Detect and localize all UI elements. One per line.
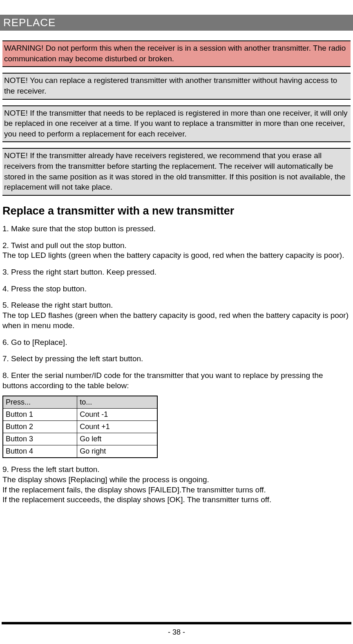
step-text: 4. Press the stop button.	[2, 284, 87, 293]
step-7: 7. Select by pressing the left start but…	[2, 354, 351, 364]
table-cell: Button 4	[3, 445, 77, 458]
table-row: Button 1 Count -1	[3, 409, 157, 421]
step-text: 2. Twist and pull out the stop button.	[2, 241, 127, 250]
step-sub: The display shows [Replacing] while the …	[2, 475, 351, 485]
step-1: 1. Make sure that the stop button is pre…	[2, 224, 351, 234]
step-sub: The top LED flashes (green when the batt…	[2, 311, 351, 331]
table-cell: Count +1	[77, 421, 157, 433]
step-8: 8. Enter the serial number/ID code for t…	[2, 371, 351, 391]
section-heading: Replace a transmitter with a new transmi…	[2, 205, 351, 217]
note-box-1: NOTE! You can replace a registered trans…	[2, 73, 351, 99]
step-5: 5. Release the right start button. The t…	[2, 300, 351, 331]
step-text: 8. Enter the serial number/ID code for t…	[2, 371, 323, 390]
table-row: Button 4 Go right	[3, 445, 157, 458]
button-table: Press... to... Button 1 Count -1 Button …	[2, 396, 158, 458]
step-text: 5. Release the right start button.	[2, 301, 113, 309]
step-text: 3. Press the right start button. Keep pr…	[2, 268, 156, 276]
step-3: 3. Press the right start button. Keep pr…	[2, 267, 351, 277]
step-2: 2. Twist and pull out the stop button. T…	[2, 241, 351, 261]
section-header: REPLACE	[0, 15, 353, 31]
table-cell: Go right	[77, 445, 157, 458]
table-cell: Go left	[77, 433, 157, 445]
note-box-2: NOTE! If the transmitter that needs to b…	[2, 105, 351, 143]
table-cell: Button 2	[3, 421, 77, 433]
step-sub: If the replacement succeeds, the display…	[2, 495, 351, 505]
step-sub: If the replacement fails, the display sh…	[2, 485, 351, 495]
step-text: 7. Select by pressing the left start but…	[2, 354, 143, 363]
step-9: 9. Press the left start button. The disp…	[2, 465, 351, 505]
note-box-3: NOTE! If the transmitter already have re…	[2, 148, 351, 196]
table-row: Button 3 Go left	[3, 433, 157, 445]
step-text: 9. Press the left start button.	[2, 465, 100, 474]
step-4: 4. Press the stop button.	[2, 284, 351, 294]
table-header-press: Press...	[3, 396, 77, 409]
footer-rule	[2, 622, 351, 624]
table-header-to: to...	[77, 396, 157, 409]
step-text: 6. Go to [Replace].	[2, 338, 67, 347]
warning-box: WARNING! Do not perform this when the re…	[2, 40, 351, 67]
table-cell: Count -1	[77, 409, 157, 421]
table-cell: Button 1	[3, 409, 77, 421]
table-row: Button 2 Count +1	[3, 421, 157, 433]
table-cell: Button 3	[3, 433, 77, 445]
step-sub: The top LED lights (green when the batte…	[2, 250, 351, 261]
step-text: 1. Make sure that the stop button is pre…	[2, 224, 156, 233]
page-number: - 38 -	[0, 628, 353, 637]
step-6: 6. Go to [Replace].	[2, 338, 351, 348]
